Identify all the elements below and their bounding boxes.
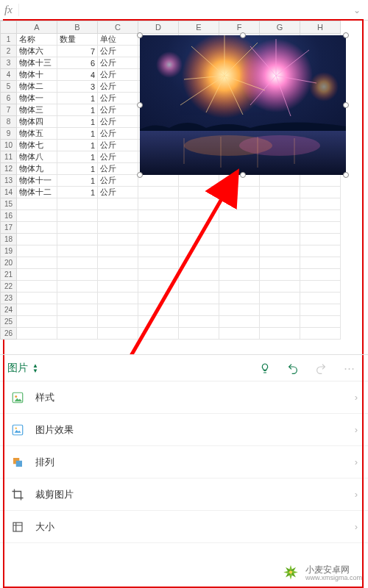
cell[interactable] xyxy=(57,222,98,234)
row-header[interactable]: 24 xyxy=(1,304,17,316)
table-row[interactable]: 25 xyxy=(1,316,341,328)
cell[interactable] xyxy=(57,210,98,222)
cell[interactable]: 物体九 xyxy=(17,163,57,175)
cell[interactable] xyxy=(300,234,341,245)
cell[interactable] xyxy=(300,281,341,293)
cell[interactable] xyxy=(260,175,300,187)
row-header[interactable]: 10 xyxy=(1,140,17,151)
table-row[interactable]: 21 xyxy=(1,269,341,281)
cell[interactable]: 物体二 xyxy=(17,81,57,93)
cell[interactable] xyxy=(98,293,138,304)
row-header[interactable]: 7 xyxy=(1,104,17,116)
col-header-e[interactable]: E xyxy=(179,21,219,34)
row-header[interactable]: 17 xyxy=(1,222,17,234)
row-header[interactable]: 1 xyxy=(1,34,17,46)
cell[interactable] xyxy=(260,304,300,316)
cell[interactable] xyxy=(219,328,260,340)
cell[interactable] xyxy=(260,234,300,245)
cell[interactable] xyxy=(57,269,98,281)
row-header[interactable]: 25 xyxy=(1,316,17,328)
cell[interactable] xyxy=(260,257,300,269)
cell[interactable]: 1 xyxy=(57,187,98,198)
cell[interactable] xyxy=(179,245,219,257)
cell[interactable] xyxy=(98,222,138,234)
cell[interactable]: 1 xyxy=(57,175,98,187)
cell[interactable]: 物体八 xyxy=(17,151,57,163)
resize-handle-nw[interactable] xyxy=(137,32,143,38)
cell[interactable] xyxy=(260,269,300,281)
cell[interactable] xyxy=(98,281,138,293)
cell[interactable] xyxy=(260,281,300,293)
cell[interactable] xyxy=(300,198,341,210)
cell[interactable] xyxy=(98,269,138,281)
cell[interactable] xyxy=(17,222,57,234)
cell[interactable] xyxy=(138,316,179,328)
cell[interactable]: 1 xyxy=(57,104,98,116)
cell[interactable] xyxy=(98,328,138,340)
cell[interactable] xyxy=(260,222,300,234)
cell[interactable]: 1 xyxy=(57,151,98,163)
cell[interactable] xyxy=(219,304,260,316)
table-row[interactable]: 15 xyxy=(1,198,341,210)
cell[interactable]: 4 xyxy=(57,69,98,81)
row-header[interactable]: 21 xyxy=(1,269,17,281)
cell[interactable] xyxy=(17,257,57,269)
col-header-f[interactable]: F xyxy=(219,21,260,34)
cell[interactable] xyxy=(17,245,57,257)
cell[interactable] xyxy=(300,269,341,281)
table-row[interactable]: 17 xyxy=(1,222,341,234)
row-header[interactable]: 13 xyxy=(1,175,17,187)
cell[interactable] xyxy=(300,187,341,198)
cell[interactable] xyxy=(219,257,260,269)
cell[interactable]: 公斤 xyxy=(98,163,138,175)
cell[interactable]: 公斤 xyxy=(98,69,138,81)
cell[interactable] xyxy=(57,234,98,245)
cell[interactable]: 公斤 xyxy=(98,151,138,163)
resize-handle-se[interactable] xyxy=(343,172,349,178)
cell[interactable]: 公斤 xyxy=(98,128,138,140)
cell[interactable] xyxy=(179,281,219,293)
col-header-a[interactable]: A xyxy=(17,21,57,34)
cell[interactable] xyxy=(219,281,260,293)
cell[interactable] xyxy=(300,222,341,234)
cell[interactable] xyxy=(17,316,57,328)
cell[interactable] xyxy=(179,234,219,245)
cell[interactable] xyxy=(179,316,219,328)
cell[interactable]: 物体十三 xyxy=(17,57,57,69)
cell[interactable]: 公斤 xyxy=(98,81,138,93)
cell[interactable] xyxy=(219,234,260,245)
cell[interactable]: 物体四 xyxy=(17,116,57,128)
cell[interactable] xyxy=(219,316,260,328)
col-header-b[interactable]: B xyxy=(57,21,98,34)
formula-expand-icon[interactable]: ⌄ xyxy=(350,5,364,15)
cell[interactable] xyxy=(300,175,341,187)
cell[interactable]: 公斤 xyxy=(98,46,138,57)
cell[interactable] xyxy=(57,198,98,210)
cell[interactable] xyxy=(57,328,98,340)
cell[interactable]: 公斤 xyxy=(98,175,138,187)
cell[interactable] xyxy=(300,257,341,269)
row-header[interactable]: 19 xyxy=(1,245,17,257)
cell[interactable] xyxy=(98,210,138,222)
cell[interactable] xyxy=(179,210,219,222)
cell[interactable]: 公斤 xyxy=(98,57,138,69)
cell[interactable] xyxy=(17,281,57,293)
cell[interactable]: 物体十一 xyxy=(17,175,57,187)
row-header[interactable]: 16 xyxy=(1,210,17,222)
table-row[interactable]: 14物体十二1公斤 xyxy=(1,187,341,198)
col-header-g[interactable]: G xyxy=(260,21,300,34)
cell[interactable] xyxy=(300,210,341,222)
row-header[interactable]: 22 xyxy=(1,281,17,293)
cell[interactable] xyxy=(138,328,179,340)
cell[interactable] xyxy=(138,269,179,281)
cell[interactable]: 1 xyxy=(57,93,98,104)
resize-handle-w[interactable] xyxy=(137,102,143,108)
row-header[interactable]: 14 xyxy=(1,187,17,198)
cell[interactable] xyxy=(179,269,219,281)
cell[interactable]: 物体一 xyxy=(17,93,57,104)
resize-handle-n[interactable] xyxy=(240,32,246,38)
cell[interactable] xyxy=(57,293,98,304)
cell[interactable] xyxy=(57,245,98,257)
cell[interactable] xyxy=(179,198,219,210)
cell[interactable]: 1 xyxy=(57,128,98,140)
